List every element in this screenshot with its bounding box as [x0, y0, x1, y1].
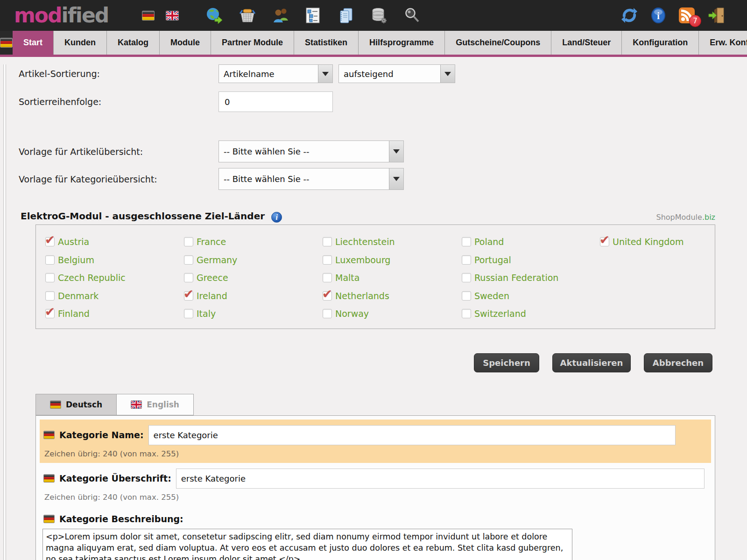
kategorie-ueberschrift-input[interactable]	[176, 469, 705, 489]
tab-start[interactable]: Start	[13, 31, 54, 55]
tab-erw-konfiguration[interactable]: Erw. Konfiguration	[699, 31, 747, 55]
country-norway[interactable]: Norway	[323, 305, 462, 323]
check-icon: ✔	[322, 287, 332, 301]
tab-deutsch[interactable]: Deutsch	[35, 394, 117, 415]
checkbox[interactable]	[462, 255, 471, 265]
uk-flag-icon[interactable]	[166, 11, 179, 21]
checkbox[interactable]	[184, 237, 193, 246]
kategorie-name-input[interactable]	[148, 425, 676, 445]
german-flag-icon	[50, 400, 61, 409]
country-label: Malta	[335, 273, 359, 283]
shop-frontend-globe-icon[interactable]	[206, 7, 223, 24]
country-poland[interactable]: Poland	[462, 233, 600, 251]
save-button[interactable]: Speichern	[474, 353, 539, 372]
checkbox[interactable]	[462, 309, 471, 318]
country-czech-republic[interactable]: Czech Republic	[45, 269, 184, 287]
tab-gutscheine-coupons[interactable]: Gutscheine/Coupons	[445, 31, 551, 55]
country-label: Belgium	[58, 255, 94, 265]
tab-kunden[interactable]: Kunden	[54, 31, 107, 55]
artikel-sortierung-select[interactable]: Artikelname	[218, 64, 333, 83]
country-italy[interactable]: Italy	[184, 305, 323, 323]
country-greece[interactable]: Greece	[184, 269, 323, 287]
tab-statistiken[interactable]: Statistiken	[294, 31, 359, 55]
nav-language-flag-button[interactable]	[0, 31, 13, 55]
checkbox-checked[interactable]: ✔	[45, 237, 55, 246]
search-icon[interactable]	[404, 7, 421, 24]
tab-katalog[interactable]: Katalog	[107, 31, 160, 55]
country-russian-federation[interactable]: Russian Federation	[462, 269, 600, 287]
country-finland[interactable]: ✔Finland	[45, 305, 184, 323]
country-malta[interactable]: Malta	[323, 269, 462, 287]
svg-text:i: i	[657, 11, 660, 21]
vorlage-kategorie-select[interactable]: -- Bitte wählen Sie --	[218, 168, 404, 190]
checkbox[interactable]	[184, 309, 193, 318]
country-luxembourg[interactable]: Luxembourg	[323, 251, 462, 269]
checkbox-checked[interactable]: ✔	[323, 291, 332, 301]
sortierrichtung-select[interactable]: aufsteigend	[338, 64, 455, 83]
uk-flag-icon	[131, 400, 142, 409]
rss-icon[interactable]: 7	[679, 7, 695, 23]
country-column: ✔United Kingdom	[600, 233, 710, 323]
tab-land-steuer[interactable]: Land/Steuer	[551, 31, 622, 55]
checkbox[interactable]	[45, 255, 55, 265]
tab-partner-module[interactable]: Partner Module	[211, 31, 294, 55]
checkbox-checked[interactable]: ✔	[184, 291, 193, 301]
checkbox[interactable]	[323, 237, 332, 246]
categories-tree-icon[interactable]	[305, 7, 321, 24]
checkbox[interactable]	[462, 273, 471, 282]
cancel-button[interactable]: Abbrechen	[644, 353, 712, 372]
logout-door-icon[interactable]	[708, 7, 726, 24]
checkbox[interactable]	[184, 273, 193, 282]
sortierreihenfolge-input[interactable]	[218, 91, 333, 112]
orders-basket-icon[interactable]	[239, 7, 256, 24]
chevron-down-icon[interactable]	[389, 168, 403, 189]
vorlage-artikel-select[interactable]: -- Bitte wählen Sie --	[218, 140, 404, 162]
checkbox[interactable]	[462, 237, 471, 246]
tab-module[interactable]: Module	[160, 31, 211, 55]
country-austria[interactable]: ✔Austria	[45, 233, 184, 251]
tab-english[interactable]: English	[117, 394, 194, 415]
page-content: Artikel-Sortierung: Artikelname aufsteig…	[0, 64, 747, 560]
chevron-down-icon[interactable]	[389, 141, 403, 162]
country-liechtenstein[interactable]: Liechtenstein	[323, 233, 462, 251]
kategorie-name-row: Kategorie Name: Zeichen übrig: 240 (von …	[40, 420, 711, 463]
kategorie-beschreibung-textarea[interactable]: <p>Lorem ipsum dolor sit amet, consetetu…	[42, 529, 572, 560]
articles-journal-icon[interactable]	[337, 7, 354, 24]
country-netherlands[interactable]: ✔Netherlands	[323, 287, 462, 305]
checkbox[interactable]	[323, 255, 332, 265]
country-ireland[interactable]: ✔Ireland	[184, 287, 323, 305]
country-united-kingdom[interactable]: ✔United Kingdom	[600, 233, 710, 251]
country-france[interactable]: France	[184, 233, 323, 251]
info-icon[interactable]: i	[271, 212, 282, 223]
german-flag-icon[interactable]	[142, 11, 155, 21]
database-admin-icon[interactable]	[370, 7, 388, 24]
checkbox-checked[interactable]: ✔	[45, 309, 55, 318]
info-icon[interactable]: i	[651, 7, 666, 24]
country-switzerland[interactable]: Switzerland	[462, 305, 600, 323]
tab-konfiguration[interactable]: Konfiguration	[622, 31, 699, 55]
artikel-sortierung-label: Artikel-Sortierung:	[19, 69, 218, 79]
country-label: Norway	[335, 308, 369, 319]
country-label: Switzerland	[474, 308, 526, 319]
country-germany[interactable]: Germany	[184, 251, 323, 269]
check-icon: ✔	[45, 305, 55, 319]
country-belgium[interactable]: Belgium	[45, 251, 184, 269]
chevron-down-icon[interactable]	[318, 65, 332, 83]
country-sweden[interactable]: Sweden	[462, 287, 600, 305]
checkbox[interactable]	[45, 291, 55, 301]
checkbox[interactable]	[323, 309, 332, 318]
checkbox[interactable]	[45, 273, 55, 282]
chevron-down-icon[interactable]	[440, 65, 455, 83]
german-flag-icon	[0, 38, 13, 48]
update-button[interactable]: Aktualisieren	[552, 353, 631, 372]
checkbox[interactable]	[323, 273, 332, 282]
tab-hilfsprogramme[interactable]: Hilfsprogramme	[359, 31, 445, 55]
country-denmark[interactable]: Denmark	[45, 287, 184, 305]
checkbox-checked[interactable]: ✔	[600, 237, 609, 246]
refresh-icon[interactable]	[621, 7, 638, 24]
country-portugal[interactable]: Portugal	[462, 251, 600, 269]
checkbox[interactable]	[184, 255, 193, 265]
main-navigation: StartKundenKatalogModulePartner ModuleSt…	[0, 31, 747, 57]
checkbox[interactable]	[462, 291, 471, 301]
customers-people-icon[interactable]	[272, 7, 289, 24]
